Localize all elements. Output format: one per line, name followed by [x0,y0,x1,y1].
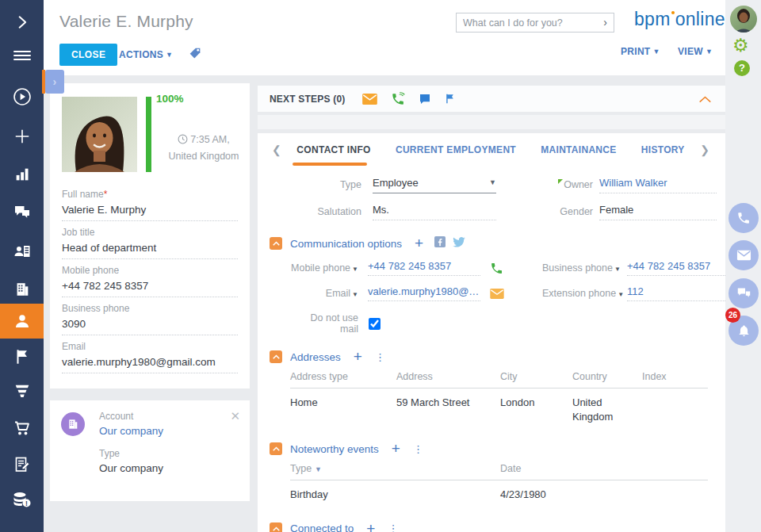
tab-contact-info[interactable]: CONTACT INFO [296,144,370,155]
table-row[interactable]: Home 59 March Street London United Kingd… [290,388,708,423]
facebook-icon[interactable] [434,236,446,251]
do-not-use-mail-checkbox[interactable] [369,318,380,330]
noteworthy-table: Type▼ Date Birthday 4/23/1980 [290,463,708,502]
cell-address[interactable]: 59 March Street [396,396,500,423]
table-row[interactable]: Birthday 4/23/1980 [290,480,708,502]
tab-current-employment[interactable]: CURRENT EMPLOYMENT [396,144,516,155]
nav-feed-icon[interactable] [0,197,44,228]
notification-count-badge[interactable]: 26 [725,308,740,323]
add-email-icon[interactable] [362,94,377,105]
tabs-scroll-left-icon[interactable]: ❮ [269,144,285,156]
gender-field[interactable]: Female [599,204,717,220]
type-select[interactable]: Employee▼ [373,177,496,193]
section-menu-icon[interactable]: ⋮ [375,351,385,363]
email-value[interactable]: valerie.murphy1980@… [368,285,480,301]
contact-photo[interactable] [62,97,137,172]
nav-collapse-arrow-icon[interactable] [0,6,44,38]
field-value[interactable]: valerie.murphy1980@gmail.com [62,356,238,373]
actions-dropdown[interactable]: ACTIONS▼ [119,49,173,60]
email-type-dropdown[interactable]: Email▼ [290,288,358,299]
cell-country[interactable]: United Kingdom [572,396,628,423]
cell-city[interactable]: London [500,396,572,423]
close-icon[interactable]: ✕ [230,410,240,422]
account-link[interactable]: Our company [99,425,163,437]
cell-index[interactable] [642,396,708,423]
add-communication-icon[interactable]: + [415,238,423,249]
help-icon[interactable]: ? [734,60,750,76]
extension-phone-value[interactable]: 112 [627,285,740,301]
field-value[interactable]: +44 782 245 8357 [62,280,238,297]
section-menu-icon[interactable]: ⋮ [413,443,423,455]
collapse-section-icon[interactable] [270,237,282,250]
collapse-section-icon[interactable] [270,522,282,532]
add-event-icon[interactable]: + [392,443,400,454]
tag-icon[interactable] [188,46,202,63]
nav-quick-add-icon[interactable] [0,121,44,152]
search-input[interactable] [457,17,597,29]
section-title[interactable]: Addresses [290,351,341,363]
add-call-icon[interactable] [391,92,405,106]
call-phone-icon[interactable] [728,203,759,233]
view-dropdown[interactable]: VIEW▼ [678,46,713,57]
nav-accounts-icon[interactable] [0,274,44,305]
business-phone-value[interactable]: +44 782 245 8357 [627,260,740,276]
nav-dashboards-icon[interactable] [0,159,44,190]
nav-menu-icon[interactable] [0,40,44,71]
collapse-section-icon[interactable] [270,350,282,363]
svg-text:!: ! [25,499,28,507]
nav-contact-card-icon[interactable] [0,235,44,267]
print-dropdown[interactable]: PRINT▼ [621,46,660,57]
account-type-value[interactable]: Our company [99,462,163,474]
extension-phone-type-dropdown[interactable]: Extension phone▼ [542,288,618,299]
column-header[interactable]: Index [642,371,708,382]
column-header[interactable]: Date [500,463,708,474]
field-value[interactable]: 3090 [62,318,238,335]
panel-expand-handle[interactable]: › [42,70,64,94]
search-go-icon[interactable]: › [597,13,614,32]
column-header[interactable]: Address [396,371,500,382]
tabs-scroll-right-icon[interactable]: ❯ [697,144,713,156]
section-title[interactable]: Noteworthy events [290,443,379,455]
salutation-label: Salutation [258,204,361,217]
add-task-flag-icon[interactable] [445,92,456,105]
chevron-down-icon[interactable]: ▼ [489,178,496,186]
mobile-phone-type-dropdown[interactable]: Mobile phone▼ [290,262,358,274]
column-header[interactable]: Type▼ [290,463,500,474]
add-connection-icon[interactable]: + [366,523,375,532]
add-address-icon[interactable]: + [354,351,362,362]
collapse-next-steps-icon[interactable] [699,95,711,103]
cell-event-date[interactable]: 4/23/1980 [500,488,708,502]
email-icon[interactable] [728,240,759,270]
add-chat-icon[interactable] [419,93,431,105]
nav-sales-funnel-icon[interactable] [0,375,44,407]
section-menu-icon[interactable]: ⋮ [388,522,398,532]
send-email-icon[interactable] [490,289,533,299]
cell-event-type[interactable]: Birthday [290,488,500,502]
mobile-phone-value[interactable]: +44 782 245 8357 [368,260,480,276]
section-title[interactable]: Communication options [290,238,402,250]
user-avatar[interactable] [730,6,757,33]
column-header[interactable]: City [500,371,572,382]
close-button[interactable]: CLOSE [59,44,117,66]
nav-contracts-document-icon[interactable] [0,449,44,480]
column-header[interactable]: Address type [290,371,396,382]
field-value[interactable]: Head of department [62,242,238,259]
section-title[interactable]: Connected to [290,522,354,532]
nav-goals-flag-icon[interactable] [0,341,44,373]
column-header[interactable]: Country [572,371,642,382]
twitter-icon[interactable] [453,236,465,251]
nav-orders-cart-icon[interactable] [0,412,44,444]
business-phone-type-dropdown[interactable]: Business phone▼ [542,262,618,274]
settings-gear-icon[interactable]: ⚙ [732,36,749,55]
collapse-section-icon[interactable] [270,442,282,455]
field-value[interactable]: Valerie E. Murphy [62,204,238,221]
nav-run-process-icon[interactable] [0,81,44,113]
nav-contacts-icon[interactable] [0,304,44,339]
tab-maintainance[interactable]: MAINTAINANCE [541,144,616,155]
nav-finances-coins-icon[interactable]: ! [0,484,44,515]
tab-history[interactable]: HISTORY [641,144,685,155]
salutation-field[interactable]: Ms. [373,204,496,220]
call-phone-icon[interactable] [490,262,533,275]
cell-address-type[interactable]: Home [290,396,396,423]
chat-icon[interactable] [728,278,759,308]
